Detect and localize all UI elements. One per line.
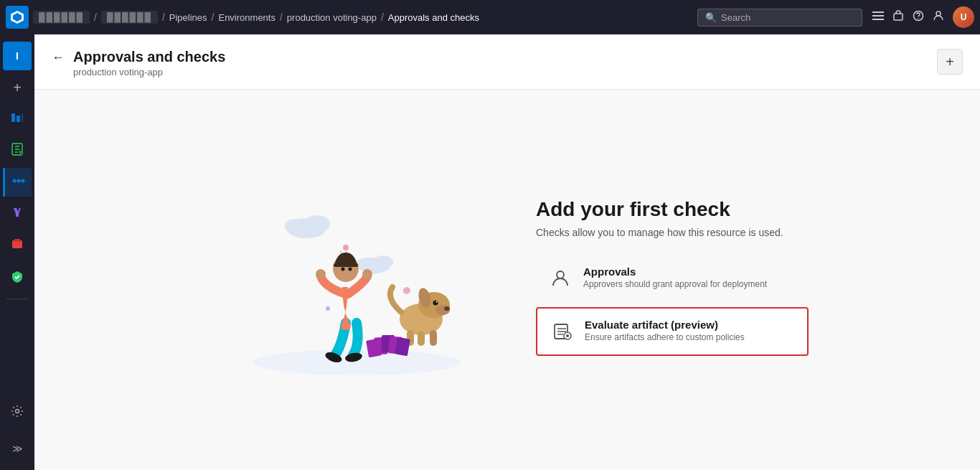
basket-icon[interactable] <box>892 10 904 24</box>
svg-point-48 <box>341 268 345 271</box>
sep4: / <box>280 11 283 23</box>
add-check-button[interactable]: + <box>937 49 963 75</box>
svg-point-33 <box>433 301 438 306</box>
svg-point-49 <box>349 268 352 271</box>
create-icon: + <box>13 80 22 96</box>
check-option-evaluate-artifact[interactable]: Evaluate artifact (preview) Ensure artif… <box>536 307 809 356</box>
approvals-subtitle: Approvers should grant approval for depl… <box>583 279 767 289</box>
svg-point-58 <box>566 334 569 337</box>
sidebar-item-home[interactable]: I <box>3 42 32 70</box>
svg-rect-2 <box>872 19 884 20</box>
approvals-text: Approvals Approvers should grant approva… <box>583 265 767 289</box>
svg-point-18 <box>16 409 19 413</box>
svg-point-13 <box>21 179 24 182</box>
svg-rect-37 <box>418 332 425 346</box>
sidebar-item-repos[interactable] <box>3 136 32 165</box>
boards-icon <box>10 111 24 128</box>
search-placeholder: Search <box>721 12 750 23</box>
svg-point-34 <box>436 301 438 303</box>
pipelines-icon <box>11 174 26 192</box>
svg-rect-3 <box>894 14 903 20</box>
sidebar-item-security[interactable] <box>3 264 32 293</box>
security-icon <box>10 270 24 288</box>
user-avatar[interactable]: U <box>953 6 974 28</box>
sidebar-item-testplans[interactable] <box>3 199 32 228</box>
svg-point-22 <box>285 219 306 233</box>
svg-point-12 <box>17 179 20 182</box>
sidebar: I + <box>0 34 34 470</box>
search-box[interactable]: 🔍 Search <box>697 9 862 27</box>
sidebar-item-boards[interactable] <box>3 105 32 133</box>
settings-icon <box>11 405 24 421</box>
topbar: ██████ / ██████ / Pipelines / Environmen… <box>0 0 980 34</box>
svg-point-24 <box>373 255 393 268</box>
svg-point-42 <box>362 269 372 279</box>
crumb-environments[interactable]: Environments <box>218 12 275 23</box>
sidebar-item-pipelines[interactable] <box>3 168 32 197</box>
check-option-approvals[interactable]: Approvals Approvers should grant approva… <box>536 255 809 301</box>
back-button[interactable]: ← <box>52 50 65 65</box>
sep5: / <box>381 11 384 23</box>
empty-state-heading: Add your first check <box>536 198 809 221</box>
svg-point-27 <box>403 287 410 294</box>
main-content: Add your first check Checks allow you to… <box>34 90 980 470</box>
person-icon[interactable] <box>933 10 944 24</box>
main-layout: I + <box>0 34 980 470</box>
testplans-icon <box>10 205 24 223</box>
svg-point-28 <box>326 306 330 311</box>
svg-point-32 <box>444 306 450 311</box>
sidebar-item-expand[interactable]: ≫ <box>3 434 32 463</box>
svg-rect-1 <box>872 15 884 17</box>
page-header: ← Approvals and checks production voting… <box>34 34 980 90</box>
svg-rect-38 <box>430 330 437 346</box>
svg-rect-8 <box>17 116 20 122</box>
app-logo[interactable] <box>6 6 29 29</box>
org-name: ██████ <box>33 11 90 24</box>
svg-point-41 <box>316 269 326 279</box>
repos-icon <box>10 142 24 160</box>
crumb-pipelines[interactable]: Pipelines <box>169 12 207 23</box>
sep2: / <box>162 11 165 23</box>
crumb-current: Approvals and checks <box>388 12 479 23</box>
evaluate-artifact-subtitle: Ensure artifacts adhere to custom polici… <box>585 332 745 342</box>
crumb-env-name[interactable]: production voting-app <box>287 12 377 23</box>
empty-state-description: Checks allow you to manage how this reso… <box>536 227 809 238</box>
info-side: Add your first check Checks allow you to… <box>507 198 809 362</box>
artifacts-icon <box>10 237 24 255</box>
svg-point-26 <box>343 245 349 250</box>
page-title: Approvals and checks <box>73 49 225 65</box>
sidebar-item-artifacts[interactable] <box>3 231 32 260</box>
approvals-title: Approvals <box>583 265 767 278</box>
svg-point-5 <box>918 18 918 19</box>
evaluate-artifact-text: Evaluate artifact (preview) Ensure artif… <box>585 319 745 342</box>
evaluate-artifact-title: Evaluate artifact (preview) <box>585 319 745 331</box>
svg-rect-0 <box>872 11 884 13</box>
help-icon[interactable] <box>913 10 924 24</box>
org-name2: ██████ <box>101 11 158 24</box>
svg-point-21 <box>304 215 330 232</box>
page-subtitle: production voting-app <box>73 67 225 77</box>
svg-point-55 <box>557 271 564 278</box>
sep1: / <box>94 11 97 23</box>
content-area: ← Approvals and checks production voting… <box>34 34 980 470</box>
list-icon[interactable] <box>872 10 884 24</box>
sidebar-divider <box>6 299 28 299</box>
page-title-group: Approvals and checks production voting-a… <box>73 49 225 77</box>
svg-point-25 <box>357 258 374 269</box>
svg-point-6 <box>936 11 941 16</box>
topbar-icons: U <box>872 6 974 28</box>
sidebar-item-settings[interactable] <box>3 398 32 427</box>
expand-icon: ≫ <box>12 443 23 454</box>
svg-rect-17 <box>14 239 20 242</box>
svg-rect-9 <box>22 113 23 122</box>
home-icon: I <box>16 50 19 62</box>
approvals-icon <box>547 265 573 291</box>
sidebar-item-create[interactable]: + <box>3 73 32 102</box>
svg-rect-7 <box>11 113 15 122</box>
illustration-side <box>206 179 507 380</box>
illustration <box>235 179 479 380</box>
evaluate-artifact-icon <box>549 319 575 344</box>
svg-rect-47 <box>334 263 358 267</box>
sep3: / <box>212 11 215 23</box>
search-icon: 🔍 <box>705 12 717 23</box>
